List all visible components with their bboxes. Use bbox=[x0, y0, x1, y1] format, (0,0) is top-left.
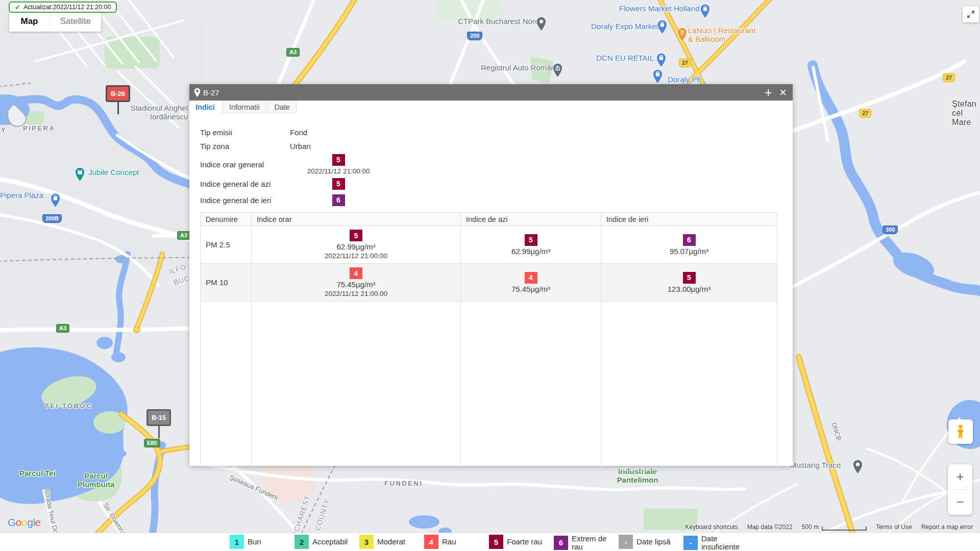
poi-label-jubile-concept[interactable]: Jubile Concept bbox=[88, 168, 139, 177]
scale-bar bbox=[822, 527, 867, 531]
location-pin-icon bbox=[194, 88, 201, 97]
poi-label-ctpark-bucharest-nord[interactable]: CTPark Bucharest Nord bbox=[458, 17, 539, 26]
add-icon[interactable]: + bbox=[765, 86, 772, 99]
legend-badge: 2 bbox=[295, 535, 309, 549]
pollutant-name: PM 2.5 bbox=[201, 226, 252, 264]
pipera-plaza-pin[interactable] bbox=[50, 193, 61, 210]
station-popup: B-27 + × IndiciInformatiiDate Tip emisii… bbox=[189, 84, 793, 466]
legend-badge: - bbox=[619, 535, 633, 549]
map-label-fundeni: FUNDENI bbox=[384, 480, 423, 488]
table-row: PM 10475.45µg/m³2022/11/12 21:00:00475.4… bbox=[201, 264, 777, 302]
road-badge-a3: A3 bbox=[177, 231, 190, 240]
index-badge-column: 6 bbox=[290, 194, 387, 206]
index-label: Indice general de ieri bbox=[200, 196, 290, 205]
report-error-link[interactable]: Report a map error bbox=[921, 523, 973, 531]
dcn-retail-pin[interactable] bbox=[656, 53, 667, 70]
ctpark-pin[interactable] bbox=[536, 16, 547, 34]
legend-badge: 4 bbox=[424, 535, 438, 549]
poi-label-doraly-p6[interactable]: Doraly P6 bbox=[668, 76, 701, 84]
updated-status-badge: ✔ Actualizat:2022/11/12 21:20:00 bbox=[9, 2, 117, 13]
popup-title: B-27 bbox=[203, 88, 765, 97]
poi-label-mustang-traco[interactable]: Mustang Traco bbox=[790, 461, 841, 470]
terms-link[interactable]: Terms of Use bbox=[876, 523, 912, 531]
map-scale: 500 m bbox=[802, 523, 867, 531]
zoom-in-button[interactable]: + bbox=[948, 464, 972, 489]
pollutant-name: PM 10 bbox=[201, 264, 252, 302]
poi-label-dcn-eu-retail-1[interactable]: DCN EU RETAIL 1 bbox=[596, 54, 660, 63]
registrul-bank-pin[interactable] bbox=[552, 63, 563, 80]
jubile-concept-pin[interactable] bbox=[75, 167, 85, 184]
legend-item-3: 3Moderat bbox=[359, 535, 405, 549]
index-label: Indice general de azi bbox=[200, 180, 290, 188]
cell-badge: 5 bbox=[350, 230, 362, 241]
poi-label-doraly-expo-market[interactable]: Doraly Expo Market bbox=[591, 22, 658, 31]
legend-badge: 3 bbox=[359, 535, 374, 549]
check-icon: ✔ bbox=[15, 4, 20, 11]
tab-indici[interactable]: Indici bbox=[189, 101, 221, 113]
poi-label-registrul-auto-rom-n[interactable]: Registrul Auto Român bbox=[481, 64, 555, 72]
doraly-p6-pin[interactable] bbox=[652, 69, 663, 86]
index-timestamp: 2022/11/12 21:00:00 bbox=[307, 167, 370, 175]
index-badge-column: 5 bbox=[290, 178, 387, 190]
index-cell-stack: 5123.00µg/m³ bbox=[602, 269, 776, 296]
legend-label: Extrem de rau bbox=[572, 535, 619, 551]
popup-tabs: IndiciInformatiiDate bbox=[189, 101, 793, 113]
table-header-indice-de-azi: Indice de azi bbox=[461, 213, 601, 226]
info-value: Fond bbox=[290, 128, 307, 137]
map-type-button[interactable]: Map bbox=[9, 11, 50, 32]
cell-timestamp: 2022/11/12 21:00:00 bbox=[325, 252, 387, 260]
poi-label-stadionul-anghel[interactable]: Stadionul Anghel Iordănescu bbox=[119, 104, 188, 121]
zoom-out-button[interactable]: − bbox=[948, 490, 972, 515]
map-label--tefan: Ştefan cel Mare bbox=[952, 99, 980, 127]
general-index-row: Indice orar general52022/11/12 21:00:00 bbox=[200, 153, 793, 176]
legend-item-dash-6: -Date lipsă bbox=[619, 535, 671, 549]
legend-item-dash-7: -Date insuficiente bbox=[683, 535, 748, 551]
collapse-icon[interactable] bbox=[963, 6, 979, 22]
index-cell-orar: 562.99µg/m³2022/11/12 21:00:00 bbox=[252, 226, 461, 264]
keyboard-shortcuts-link[interactable]: Keyboard shortcuts bbox=[685, 523, 738, 531]
legend-label: Rau bbox=[442, 538, 456, 546]
table-row: PM 2.5562.99µg/m³2022/11/12 21:00:00562.… bbox=[201, 226, 777, 264]
mustang-traco-pin[interactable] bbox=[852, 459, 863, 477]
map-attribution: Keyboard shortcuts Map data ©2022 500 m … bbox=[685, 523, 973, 531]
zoom-control: + − bbox=[948, 464, 972, 515]
poi-label-lanuci-restaurant[interactable]: LaNuci | Restaurant & Ballroom bbox=[688, 27, 755, 44]
legend-item-4: 4Rau bbox=[424, 535, 456, 549]
poi-label-pipera-plaza[interactable]: Pipera Plaza bbox=[0, 191, 43, 200]
cell-badge: 5 bbox=[525, 234, 537, 246]
empty-cell bbox=[461, 302, 601, 471]
station-marker-stem bbox=[158, 426, 160, 438]
tab-informatii[interactable]: Informatii bbox=[223, 101, 266, 113]
station-marker-b-15[interactable]: B-15 bbox=[146, 409, 171, 426]
lanuci-restaurant-pin[interactable] bbox=[677, 27, 688, 44]
pegman-control[interactable] bbox=[948, 419, 973, 444]
tab-date[interactable]: Date bbox=[268, 101, 297, 113]
station-marker-label: B-26 bbox=[106, 85, 130, 102]
satellite-type-button[interactable]: Satellite bbox=[50, 11, 101, 32]
road-badge-200b: 200B bbox=[42, 214, 62, 223]
legend-label: Acceptabil bbox=[312, 538, 348, 546]
road-badge-27: 27 bbox=[859, 109, 871, 118]
empty-cell bbox=[252, 302, 461, 471]
cell-badge: 6 bbox=[683, 234, 696, 246]
general-index-row: Indice general de azi5 bbox=[200, 176, 793, 192]
flowers-market-pin[interactable] bbox=[700, 4, 710, 21]
legend-label: Date insuficiente bbox=[701, 535, 748, 551]
map-canvas[interactable]: PIPERATEI TOBOCFUNDENIYCTPark Bucharest … bbox=[0, 0, 980, 551]
station-marker-b-26[interactable]: B-26 bbox=[106, 85, 130, 102]
google-logo[interactable]: Google bbox=[8, 516, 41, 529]
google-logo-letter: g bbox=[27, 516, 33, 528]
poi-label-parcul-tei[interactable]: Parcul Tei bbox=[19, 469, 56, 478]
close-icon[interactable]: × bbox=[779, 86, 787, 98]
cell-badge: 4 bbox=[525, 272, 537, 284]
doraly-expo-pin[interactable] bbox=[657, 19, 668, 37]
index-cell-orar: 475.45µg/m³2022/11/12 21:00:00 bbox=[252, 264, 461, 302]
road-badge-200: 200 bbox=[467, 32, 482, 40]
pollutant-table: DenumireIndice orarIndice de aziIndice d… bbox=[200, 212, 777, 471]
poi-label-flowers-market-holland[interactable]: Flowers Market Holland bbox=[619, 5, 700, 13]
scale-text: 500 m bbox=[802, 523, 819, 531]
popup-header: B-27 + × bbox=[189, 84, 793, 101]
poi-label-parcul[interactable]: Parcul Plumbuita bbox=[75, 472, 117, 489]
legend-label: Date lipsă bbox=[636, 538, 671, 546]
legend-label: Bun bbox=[248, 538, 261, 546]
